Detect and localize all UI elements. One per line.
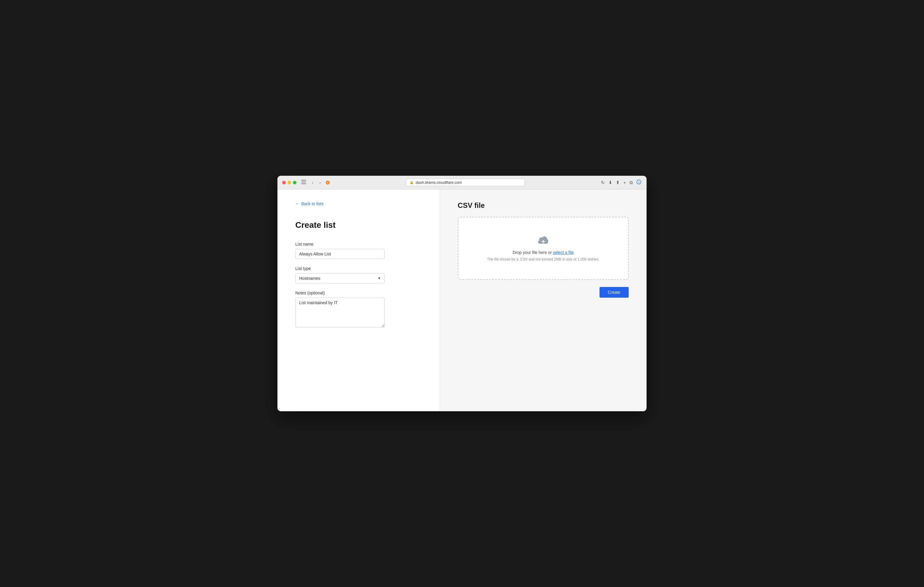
list-type-select-wrapper: Hostnames IP Addresses URLs ▼: [295, 273, 384, 283]
page-content: ← Back to lists Create list List name Li…: [277, 189, 647, 411]
cloudflare-icon: [326, 180, 330, 185]
nav-back-button[interactable]: ‹: [311, 179, 315, 186]
tabs-button[interactable]: ⧉: [629, 179, 634, 186]
lock-icon: 🔒: [409, 181, 414, 184]
address-bar-container: 🔒 dash.teams.cloudflare.com: [334, 179, 597, 186]
url-text: dash.teams.cloudflare.com: [416, 180, 462, 185]
nav-forward-button[interactable]: ›: [318, 179, 322, 186]
svg-rect-2: [301, 184, 306, 184]
list-type-group: List type Hostnames IP Addresses URLs ▼: [295, 266, 422, 283]
traffic-lights: [282, 181, 297, 184]
left-panel: ← Back to lists Create list List name Li…: [277, 189, 440, 411]
browser-actions: ↻ ⬇ ⬆ + ⧉ i: [601, 179, 642, 186]
notes-label: Notes (optional): [295, 291, 422, 295]
upload-cloud-icon: [537, 235, 549, 246]
sidebar-toggle-button[interactable]: [300, 179, 307, 186]
browser-chrome: ‹ › 🔒 dash.teams.cloudflare.com ↻ ⬇ ⬆ + …: [277, 176, 647, 189]
csv-section-title: CSV file: [458, 201, 629, 210]
maximize-button[interactable]: [293, 181, 297, 184]
back-arrow-icon: ←: [295, 201, 299, 206]
svg-rect-1: [301, 182, 306, 182]
back-to-lists-link[interactable]: ← Back to lists: [295, 201, 422, 206]
list-name-label: List name: [295, 242, 422, 247]
refresh-button[interactable]: ↻: [601, 179, 606, 186]
list-name-group: List name: [295, 242, 422, 259]
svg-rect-0: [301, 180, 306, 181]
drop-hint-text: The file should be a .CSV and not exceed…: [487, 257, 599, 261]
browser-window: ‹ › 🔒 dash.teams.cloudflare.com ↻ ⬇ ⬆ + …: [277, 176, 647, 411]
action-buttons-row: Create: [458, 287, 629, 298]
download-button[interactable]: ⬇: [608, 179, 613, 186]
list-type-select[interactable]: Hostnames IP Addresses URLs: [295, 273, 384, 283]
create-button[interactable]: Create: [599, 287, 629, 298]
svg-text:i: i: [639, 181, 639, 184]
list-type-label: List type: [295, 266, 422, 271]
back-link-label: Back to lists: [301, 201, 323, 206]
extensions-button[interactable]: i: [636, 179, 642, 186]
share-button[interactable]: ⬆: [615, 179, 620, 186]
drop-text-before: Drop your file here or: [513, 250, 553, 255]
close-button[interactable]: [282, 181, 286, 184]
select-file-link[interactable]: select a file: [553, 250, 574, 255]
page-title: Create list: [295, 220, 422, 230]
file-drop-zone[interactable]: Drop your file here or select a file The…: [458, 217, 629, 280]
drop-instruction-text: Drop your file here or select a file: [513, 250, 574, 255]
address-bar[interactable]: 🔒 dash.teams.cloudflare.com: [406, 179, 525, 186]
list-name-input[interactable]: [295, 249, 384, 259]
notes-group: Notes (optional) List maintained by IT: [295, 291, 422, 329]
new-tab-button[interactable]: +: [623, 179, 627, 186]
notes-textarea[interactable]: List maintained by IT: [295, 298, 384, 327]
right-panel: CSV file Drop your file here or select a…: [440, 189, 647, 411]
minimize-button[interactable]: [287, 181, 291, 184]
